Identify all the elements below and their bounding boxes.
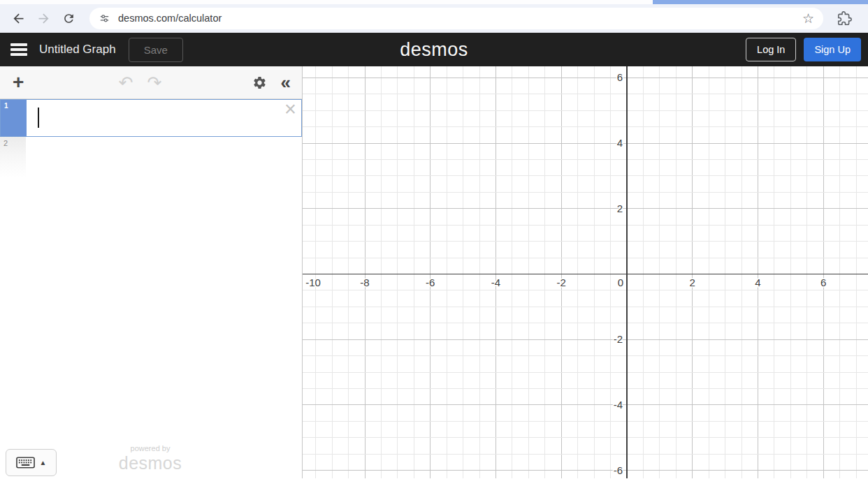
gear-icon xyxy=(252,75,267,90)
watermark-brand: desmos xyxy=(119,455,182,472)
graph-settings-button[interactable] xyxy=(252,75,267,90)
sign-up-button[interactable]: Sign Up xyxy=(804,38,861,61)
svg-text:-8: -8 xyxy=(360,277,369,288)
expression-2-input[interactable] xyxy=(26,137,302,177)
powered-by-watermark: powered by desmos xyxy=(119,445,182,472)
svg-text:2: 2 xyxy=(690,277,695,288)
site-settings-icon[interactable] xyxy=(99,13,110,24)
delete-expression-icon[interactable]: × xyxy=(284,97,296,121)
svg-text:-2: -2 xyxy=(557,277,566,288)
svg-text:-4: -4 xyxy=(491,277,500,288)
url-text[interactable]: desmos.com/calculator xyxy=(118,13,222,24)
svg-text:-6: -6 xyxy=(426,277,435,288)
grid-canvas[interactable]: -10-8-6-4-20246642-2-4-6 xyxy=(303,66,868,478)
powered-by-text: powered by xyxy=(119,445,182,452)
svg-text:4: 4 xyxy=(617,137,623,149)
log-in-button[interactable]: Log In xyxy=(746,38,796,61)
extensions-button[interactable] xyxy=(833,7,855,29)
svg-text:-2: -2 xyxy=(614,333,623,345)
main-menu-button[interactable] xyxy=(9,38,29,61)
address-bar[interactable]: desmos.com/calculator ☆ xyxy=(89,8,823,29)
expression-panel: + ↶ ↷ « 1 × 2 xyxy=(0,66,303,478)
tab-strip-accent xyxy=(653,0,868,4)
expression-toolbar: + ↶ ↷ « xyxy=(0,66,302,99)
graph-paper[interactable]: -10-8-6-4-20246642-2-4-6 xyxy=(303,66,868,478)
svg-text:6: 6 xyxy=(820,277,826,288)
bookmark-star-icon[interactable]: ☆ xyxy=(802,10,814,27)
auth-buttons: Log In Sign Up xyxy=(746,38,861,61)
main-area: + ↶ ↷ « 1 × 2 xyxy=(0,66,868,478)
desmos-app: desmos.com/calculator ☆ Untitled Graph S… xyxy=(0,0,868,479)
svg-text:2: 2 xyxy=(617,202,623,214)
forward-icon xyxy=(36,11,51,26)
svg-text:4: 4 xyxy=(755,277,760,288)
save-button[interactable]: Save xyxy=(129,38,183,62)
expression-row-2[interactable]: 2 xyxy=(0,137,302,177)
history-controls: ↶ ↷ xyxy=(28,74,252,91)
svg-text:-10: -10 xyxy=(305,277,321,288)
expression-2-gutter[interactable]: 2 xyxy=(0,137,26,177)
keyboard-icon xyxy=(16,457,35,469)
svg-text:6: 6 xyxy=(617,71,623,83)
back-button[interactable] xyxy=(7,7,29,29)
reload-icon xyxy=(62,12,75,25)
collapse-panel-icon[interactable]: « xyxy=(281,73,291,91)
expression-row-1[interactable]: 1 × xyxy=(0,99,302,137)
svg-text:0: 0 xyxy=(618,277,623,288)
extensions-puzzle-icon xyxy=(837,11,852,26)
show-keyboard-button[interactable]: ▲ xyxy=(6,449,57,476)
back-icon xyxy=(11,11,26,26)
svg-text:-4: -4 xyxy=(614,399,623,411)
expression-1-input[interactable]: × xyxy=(27,100,301,136)
keyboard-expand-icon: ▲ xyxy=(40,459,47,466)
expression-1-gutter[interactable]: 1 xyxy=(1,100,27,136)
browser-tab-strip xyxy=(0,0,868,4)
text-caret xyxy=(38,108,39,128)
reload-button[interactable] xyxy=(57,7,80,29)
desmos-header: Untitled Graph Save desmos Log In Sign U… xyxy=(0,33,868,66)
add-expression-button[interactable]: + xyxy=(8,73,28,92)
menu-icon xyxy=(10,43,27,46)
forward-button[interactable] xyxy=(32,7,55,29)
graph-title[interactable]: Untitled Graph xyxy=(39,43,116,57)
svg-text:-6: -6 xyxy=(614,464,623,476)
undo-icon[interactable]: ↶ xyxy=(118,74,133,91)
browser-toolbar: desmos.com/calculator ☆ xyxy=(0,4,868,33)
redo-icon[interactable]: ↷ xyxy=(147,74,161,91)
